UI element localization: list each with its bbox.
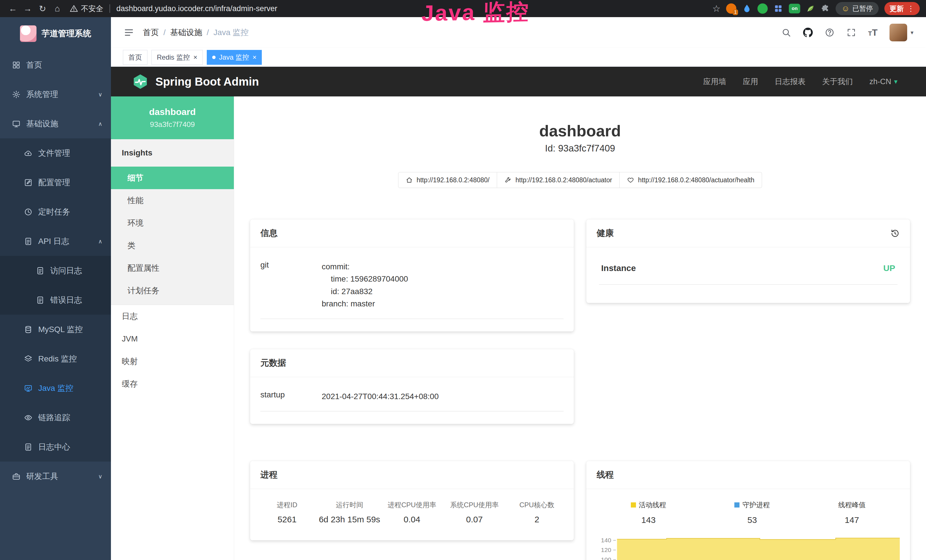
sidebar-item-log-center[interactable]: 日志中心 xyxy=(0,432,111,462)
sidebar-item-devtools[interactable]: 研发工具 ∨ xyxy=(0,462,111,491)
document-icon xyxy=(36,266,44,275)
base-url-link[interactable]: http://192.168.0.2:48080/ xyxy=(398,172,497,188)
history-icon[interactable] xyxy=(890,229,900,238)
sidebar-item-file[interactable]: 文件管理 xyxy=(0,138,111,168)
gear-icon xyxy=(12,90,21,99)
sba-instance-header[interactable]: dashboard 93a3fc7f7409 xyxy=(111,97,234,139)
active-dot xyxy=(212,56,216,59)
extension-icon-leaf[interactable] xyxy=(806,4,815,13)
breadcrumb-group[interactable]: 基础设施 xyxy=(170,27,202,38)
search-icon[interactable] xyxy=(781,28,791,37)
legend-peak-threads: 线程峰值 147 xyxy=(838,500,865,525)
sba-menu-details[interactable]: 细节 xyxy=(111,166,234,189)
tab-redis[interactable]: Redis 监控 × xyxy=(151,50,203,65)
sidebar-item-access-log[interactable]: 访问日志 xyxy=(0,256,111,285)
sidebar-item-redis[interactable]: Redis 监控 xyxy=(0,344,111,374)
threads-legend: 活动线程 143 守护进程 xyxy=(597,500,900,525)
app-title: 芋道管理系统 xyxy=(42,28,91,39)
sba-menu-caches[interactable]: 缓存 xyxy=(111,372,234,395)
chevron-down-icon: ∨ xyxy=(98,473,102,480)
extension-icon-green[interactable] xyxy=(758,3,768,14)
heart-icon xyxy=(627,177,634,183)
sidebar-item-mysql[interactable]: MySQL 监控 xyxy=(0,315,111,344)
info-key: git xyxy=(260,260,322,310)
process-card-body: 进程ID 5261 运行时间 6d 23h 15m 59s 进程CPU使用率 0… xyxy=(250,489,574,540)
extension-icon-orange[interactable]: 1 xyxy=(726,3,736,14)
close-icon[interactable]: × xyxy=(253,54,256,61)
sba-menu-environment[interactable]: 环境 xyxy=(111,212,234,234)
sidebar-item-infra[interactable]: 基础设施 ∧ xyxy=(0,109,111,138)
table-row: startup 2021-04-27T00:44:31.254+08:00 xyxy=(260,382,563,412)
sba-menu-metrics[interactable]: 性能 xyxy=(111,189,234,212)
process-card: 进程 进程ID 5261 运行时间 6d 23h 15m 59s xyxy=(250,461,574,540)
bookmark-star-icon[interactable]: ☆ xyxy=(713,3,721,14)
sba-menu-scheduled-tasks[interactable]: 计划任务 xyxy=(111,279,234,302)
app-root: 芋道管理系统 首页 系统管理 ∨ 基础设施 ∧ 文件管理 配置管理 定时任务 xyxy=(0,17,926,560)
sidebar-item-api-log[interactable]: API 日志 ∧ xyxy=(0,227,111,256)
threads-card: 线程 活动线程 143 xyxy=(586,461,910,560)
breadcrumb-current: Java 监控 xyxy=(213,27,249,38)
close-icon[interactable]: × xyxy=(194,54,197,61)
fullscreen-icon[interactable] xyxy=(846,28,856,37)
sba-main: dashboard Id: 93a3fc7f7409 http://192.16… xyxy=(234,97,926,560)
sidebar-item-home[interactable]: 首页 xyxy=(0,50,111,80)
sba-locale-select[interactable]: zh-CN ▾ xyxy=(869,77,897,86)
site-security-chip[interactable]: 不安全 xyxy=(70,4,103,14)
sba-nav-about[interactable]: 关于我们 xyxy=(822,76,853,87)
header-actions: TT ▾ xyxy=(781,24,914,41)
sba-nav-wallboard[interactable]: 应用墙 xyxy=(703,76,726,87)
sba-menu-mappings[interactable]: 映射 xyxy=(111,350,234,372)
table-row: git commit: time: 1596289704000 id: 27aa… xyxy=(260,252,563,319)
info-value: commit: time: 1596289704000 id: 27aa832 … xyxy=(322,260,408,310)
browser-reload-button[interactable]: ↻ xyxy=(36,2,49,15)
table-row[interactable]: Instance UP xyxy=(599,252,897,285)
metadata-value: 2021-04-27T00:44:31.254+08:00 xyxy=(322,390,439,403)
user-menu[interactable]: ▾ xyxy=(890,24,914,41)
actuator-url-link[interactable]: http://192.168.0.2:48080/actuator xyxy=(497,172,620,188)
sidebar-item-job[interactable]: 定时任务 xyxy=(0,197,111,227)
sba-nav-journal[interactable]: 日志报表 xyxy=(775,76,805,87)
tab-java[interactable]: Java 监控 × xyxy=(207,50,262,65)
threads-chart: 140 120 100 xyxy=(597,534,900,560)
github-icon[interactable] xyxy=(803,28,813,37)
info-card-title: 信息 xyxy=(250,219,574,247)
sba-menu-jvm[interactable]: JVM xyxy=(111,327,234,350)
sidebar-item-tracing[interactable]: 链路追踪 xyxy=(0,403,111,432)
browser-update-button[interactable]: 更新 ⋮ xyxy=(884,2,920,15)
browser-forward-button[interactable]: → xyxy=(21,2,34,15)
extension-icon-drop[interactable] xyxy=(742,4,752,14)
sba-menu-classes[interactable]: 类 xyxy=(111,234,234,257)
tags-view: 首页 Redis 监控 × Java 监控 × xyxy=(111,48,926,67)
sidebar-item-error-log[interactable]: 错误日志 xyxy=(0,285,111,315)
sidebar-item-system[interactable]: 系统管理 ∨ xyxy=(0,80,111,109)
legend-daemon-threads: 守护进程 53 xyxy=(734,500,770,525)
sidebar-item-java[interactable]: Java 监控 xyxy=(0,374,111,403)
app-logo-row[interactable]: 芋道管理系统 xyxy=(0,17,111,50)
browser-back-button[interactable]: ← xyxy=(6,2,20,15)
sba-menu-configprops[interactable]: 配置属性 xyxy=(111,257,234,279)
font-size-icon[interactable]: TT xyxy=(868,27,878,38)
chevron-down-icon: ∨ xyxy=(98,91,102,98)
instance-id: 93a3fc7f7409 xyxy=(150,120,195,129)
browser-menu-icon[interactable]: ⋮ xyxy=(907,4,915,13)
sba-menu-insights[interactable]: Insights xyxy=(111,143,234,163)
address-bar[interactable]: dashboard.yudao.iocoder.cn/infra/admin-s… xyxy=(117,4,277,13)
extension-on-badge[interactable]: on xyxy=(789,4,800,14)
browser-home-button[interactable]: ⌂ xyxy=(51,2,64,15)
sba-menu-logs[interactable]: 日志 xyxy=(111,305,234,327)
sba-nav-applications[interactable]: 应用 xyxy=(743,76,758,87)
sidebar-item-config[interactable]: 配置管理 xyxy=(0,168,111,197)
hamburger-icon[interactable] xyxy=(124,27,134,38)
smiley-icon: ☺ xyxy=(841,4,850,13)
chevron-up-icon: ∧ xyxy=(98,120,102,127)
tab-home[interactable]: 首页 xyxy=(123,50,147,65)
breadcrumb-home[interactable]: 首页 xyxy=(143,27,159,38)
extensions-grid-icon[interactable] xyxy=(773,4,783,14)
paused-badge[interactable]: ☺ 已暂停 xyxy=(835,2,879,15)
health-url-link[interactable]: http://192.168.0.2:48080/actuator/health xyxy=(620,172,762,188)
sba-brand[interactable]: Spring Boot Admin xyxy=(132,73,259,90)
process-stat-system-cpu: 系统CPU使用率 0.07 xyxy=(443,500,505,524)
page-subtitle: Id: 93a3fc7f7409 xyxy=(234,143,926,154)
extensions-puzzle-icon[interactable] xyxy=(821,4,830,13)
help-icon[interactable] xyxy=(825,28,834,37)
